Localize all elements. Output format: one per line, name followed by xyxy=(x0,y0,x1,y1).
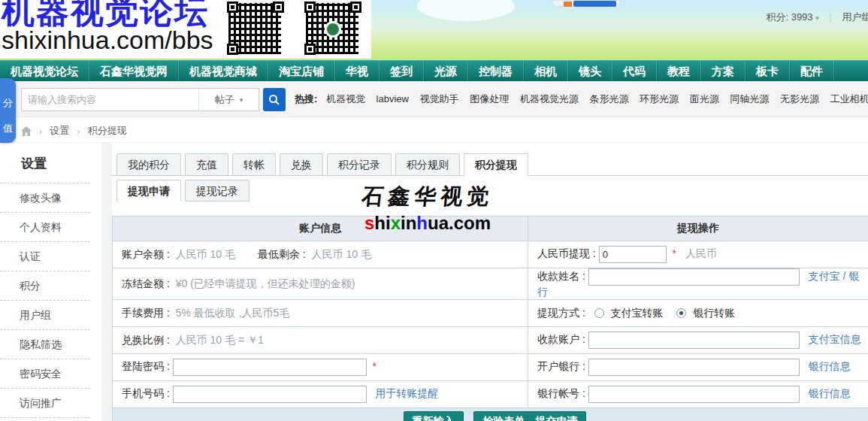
search-box: 帖子 ▾ xyxy=(21,88,259,111)
sidebar-item-password[interactable]: 密码安全 xyxy=(0,359,90,389)
login-password-input[interactable] xyxy=(173,359,367,376)
withdraw-table: 账户信息 提现操作 账户余额 : 人民币 10 毛 最低剩余 : 人民币 10 … xyxy=(112,216,868,421)
nav-item-code[interactable]: 代码 xyxy=(612,61,657,81)
withdraw-method-label: 提现方式 : xyxy=(537,307,585,319)
phone-number-label: 手机号码 : xyxy=(122,387,170,399)
qr-marker-icon xyxy=(227,44,238,55)
widget-orange-icon xyxy=(564,2,572,7)
radio-alipay-transfer[interactable] xyxy=(594,308,604,318)
sidebar-item-points[interactable]: 积分 xyxy=(0,271,90,301)
home-icon[interactable] xyxy=(21,126,32,136)
bank-name-input[interactable] xyxy=(588,359,800,376)
nav-item-tutorial[interactable]: 教程 xyxy=(657,61,701,81)
nav-item-signin[interactable]: 签到 xyxy=(380,61,424,81)
bank-transfer-option[interactable]: 银行转账 xyxy=(693,307,735,319)
points-dropdown[interactable]: 积分: 3993 ▾ xyxy=(766,11,818,23)
payee-name-input[interactable] xyxy=(588,268,800,286)
hot-term[interactable]: 图像处理 xyxy=(470,93,509,104)
sidebar-item-qq-bind[interactable]: QQ绑定 xyxy=(0,418,90,421)
bank-account-input[interactable] xyxy=(588,386,800,403)
qr-marker-icon xyxy=(304,2,316,13)
table-footer-row: 重新输入 检验表单，提交申请 xyxy=(113,408,868,421)
nav-item-mall[interactable]: 机器视觉商城 xyxy=(179,61,268,81)
tab-points-rules[interactable]: 积分规则 xyxy=(395,153,460,175)
nav-item-solution[interactable]: 方案 xyxy=(701,61,746,81)
breadcrumb-current: 积分提现 xyxy=(88,124,127,138)
usergroup-label[interactable]: 用户组: xyxy=(842,11,868,23)
account-balance-label: 账户余额 : xyxy=(122,248,170,260)
hot-term[interactable]: 无影光源 xyxy=(780,93,819,104)
submit-button[interactable]: 检验表单，提交申请 xyxy=(473,411,586,421)
payee-account-input[interactable] xyxy=(588,332,800,349)
table-row: 兑换比例 : 人民币 10 毛 = ￥1 收款账户 : 支付宝信息 xyxy=(113,327,868,354)
nav-item-lens[interactable]: 镜头 xyxy=(568,61,612,81)
page: 机器视觉论坛 shixinhua.com/bbs 积分: 3993 ▾ | 用户… xyxy=(0,0,868,421)
main-area: 设置 修改头像 个人资料 认证 积分 用户组 隐私筛选 密码安全 访问推广 QQ… xyxy=(0,143,868,421)
qr-marker-icon xyxy=(304,44,316,55)
tab-recharge[interactable]: 充值 xyxy=(185,153,228,175)
nav-item-controller[interactable]: 控制器 xyxy=(468,61,524,81)
hot-term[interactable]: 同轴光源 xyxy=(730,93,769,104)
sidebar-item-privacy[interactable]: 隐私筛选 xyxy=(0,330,90,359)
floating-recharge-tab[interactable]: 分 值 xyxy=(0,78,16,143)
hot-term[interactable]: labview xyxy=(377,93,409,104)
phone-number-input[interactable] xyxy=(173,386,367,403)
nav-item-forum[interactable]: 机器视觉论坛 xyxy=(0,61,89,81)
tab-transfer[interactable]: 转帐 xyxy=(232,153,276,175)
radio-bank-transfer[interactable] xyxy=(676,308,686,318)
alipay-info-link[interactable]: 支付宝信息 xyxy=(809,333,861,345)
login-password-label: 登陆密码 : xyxy=(122,360,170,372)
min-remain-label: 最低剩余 : xyxy=(258,248,306,260)
hot-term[interactable]: 环形光源 xyxy=(640,93,679,104)
nav-item-vision-site[interactable]: 石鑫华视觉网 xyxy=(89,61,179,81)
rmb-withdraw-input[interactable] xyxy=(599,246,667,263)
sidebar-title: 设置 xyxy=(0,152,90,183)
user-status-bar: 积分: 3993 ▾ | 用户组: xyxy=(766,11,868,24)
transfer-reminder-hint: 用于转账提醒 xyxy=(376,387,439,399)
hot-term[interactable]: 机器视觉 xyxy=(326,93,365,104)
sidebar-gap xyxy=(101,143,112,421)
frozen-amount-value: ¥0 (已经申请提现，但还未处理的金额) xyxy=(176,277,355,289)
nav-item-huashi[interactable]: 华视 xyxy=(335,61,380,81)
search-button[interactable] xyxy=(263,88,286,111)
sidebar-item-promotion[interactable]: 访问推广 xyxy=(0,389,90,418)
tab-exchange[interactable]: 兑换 xyxy=(280,153,323,175)
search-input[interactable] xyxy=(22,89,198,111)
qr-code-forum xyxy=(221,0,290,58)
bank-info-link[interactable]: 银行信息 xyxy=(809,387,851,399)
qr-center-logo xyxy=(325,21,341,38)
settings-sidebar: 设置 修改头像 个人资料 认证 积分 用户组 隐私筛选 密码安全 访问推广 QQ… xyxy=(0,143,101,421)
sidebar-item-verify[interactable]: 认证 xyxy=(0,242,90,271)
table-row: 手续费用 : 5% 最低收取 ,人民币5毛 提现方式 : 支付宝转账 银行转账 xyxy=(113,300,868,327)
tab-points-withdraw[interactable]: 积分提现 xyxy=(464,153,528,176)
chevron-down-icon: ▾ xyxy=(815,14,819,22)
hot-term[interactable]: 工业相机 xyxy=(830,93,868,104)
nav-item-board[interactable]: 板卡 xyxy=(746,61,790,81)
tab-my-points[interactable]: 我的积分 xyxy=(116,153,181,175)
nav-item-accessory[interactable]: 配件 xyxy=(790,61,834,81)
nav-item-camera[interactable]: 相机 xyxy=(524,61,568,81)
alipay-transfer-option[interactable]: 支付宝转账 xyxy=(611,307,664,319)
exchange-rate-value: 人民币 10 毛 = ￥1 xyxy=(176,334,264,346)
sidebar-item-avatar[interactable]: 修改头像 xyxy=(0,183,90,213)
frozen-amount-label: 冻结金额 : xyxy=(122,277,170,289)
hot-term[interactable]: 条形光源 xyxy=(589,93,628,104)
hot-term[interactable]: 面光源 xyxy=(690,93,719,104)
sidebar-item-usergroup[interactable]: 用户组 xyxy=(0,301,90,330)
hot-term[interactable]: 视觉助手 xyxy=(420,93,459,104)
hot-search: 热搜: 机器视觉 labview 视觉助手 图像处理 机器视觉光源 条形光源 环… xyxy=(295,81,868,117)
search-type-select[interactable]: 帖子 ▾ xyxy=(198,89,259,111)
hot-term[interactable]: 机器视觉光源 xyxy=(520,93,579,104)
breadcrumb-separator: › xyxy=(77,126,80,137)
breadcrumb-settings[interactable]: 设置 xyxy=(50,124,69,138)
required-mark: * xyxy=(373,360,377,372)
bank-info-link[interactable]: 银行信息 xyxy=(809,360,851,372)
sidebar-item-profile[interactable]: 个人资料 xyxy=(0,213,90,242)
reset-button[interactable]: 重新输入 xyxy=(404,411,464,421)
tab-points-log[interactable]: 积分记录 xyxy=(327,153,392,175)
nav-item-light[interactable]: 光源 xyxy=(424,61,468,81)
nav-item-taobao[interactable]: 淘宝店铺 xyxy=(268,61,335,81)
subtab-withdraw-log[interactable]: 提现记录 xyxy=(185,180,250,201)
bank-name-label: 开户银行 : xyxy=(537,360,585,372)
subtab-withdraw-apply[interactable]: 提现申请 xyxy=(116,180,181,201)
